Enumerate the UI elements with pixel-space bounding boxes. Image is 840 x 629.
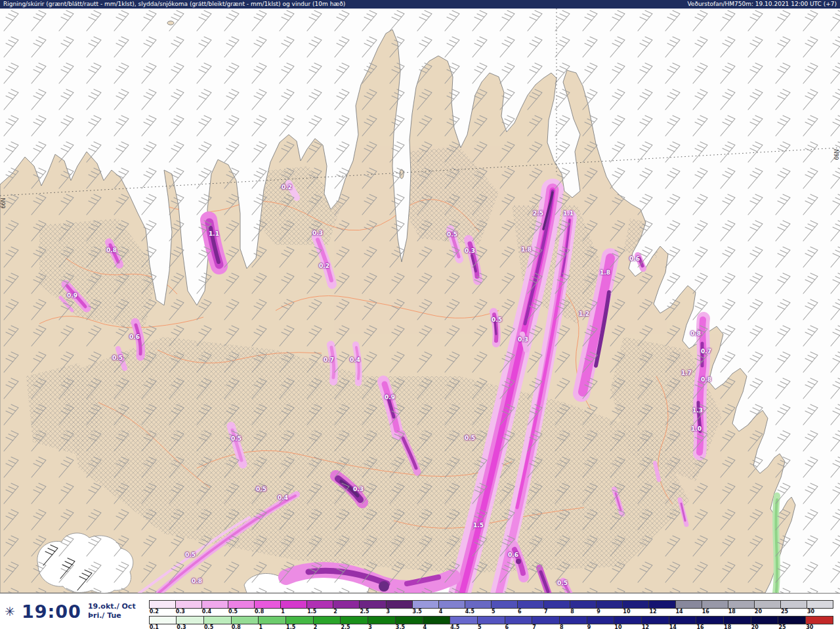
forecast-time: 19:00 <box>22 601 81 622</box>
rain-scale-cell: 3 <box>387 601 413 608</box>
rain-scale-cell: 12 <box>649 601 675 608</box>
snow-scale-cell: 16 <box>696 617 724 624</box>
rain-scale-cell: 10 <box>623 601 649 608</box>
snow-scale-cell: 7 <box>532 617 560 624</box>
rain-scale-cell: 14 <box>676 601 702 608</box>
model-run-info: Veðurstofan/HM750m: 19.10.2021 12:00 UTC… <box>687 0 837 9</box>
snow-scale-cell: 18 <box>724 617 751 624</box>
snow-scale-cell: 20 <box>751 617 779 624</box>
snow-scale-value: 8 <box>560 624 564 629</box>
latitude-label-left: 66N <box>1 198 7 208</box>
rain-scale-value: 4 <box>439 609 443 615</box>
snow-scale-cell: 30 <box>806 617 833 624</box>
snow-scale-value: 3.5 <box>396 624 405 629</box>
legend: 0.20.30.40.50.811.522.533.544.5567891012… <box>149 600 833 624</box>
snow-scale-cell: 4 <box>423 617 451 624</box>
snow-scale-value: 16 <box>696 624 704 629</box>
rain-scale-cell: 0.8 <box>255 601 281 608</box>
rain-scale-cell: 4.5 <box>465 601 492 608</box>
snow-scale-cell: 1.5 <box>286 617 314 624</box>
rain-scale-value: 0.3 <box>176 609 185 615</box>
snow-scale-value: 1.5 <box>286 624 295 629</box>
snow-scale-value: 18 <box>724 624 731 629</box>
snow-scale-cell: 1 <box>259 617 286 624</box>
rain-scale-value: 3 <box>387 609 390 615</box>
snow-scale-cell: 0.1 <box>150 617 177 624</box>
rain-scale-cell: 16 <box>702 601 728 608</box>
top-bar: Rigning/skúrir (grænt/blátt/rautt - mm/1… <box>0 0 840 9</box>
snow-scale-cell: 12 <box>642 617 669 624</box>
rain-scale-value: 25 <box>781 609 788 615</box>
rain-scale-cell: 2 <box>333 601 360 608</box>
rain-scale-value: 0.4 <box>202 609 211 615</box>
weather-forecast-viewer: Rigning/skúrir (grænt/blátt/rautt - mm/1… <box>0 0 840 629</box>
rain-scale-value: 1.5 <box>307 609 316 615</box>
snow-color-scale: 0.10.30.50.811.522.533.544.5567891012141… <box>149 616 833 624</box>
rain-scale-cell: 25 <box>781 601 807 608</box>
snow-scale-value: 0.3 <box>177 624 186 629</box>
rain-scale-cell: 4 <box>439 601 465 608</box>
snow-scale-value: 0.5 <box>204 624 213 629</box>
snow-scale-cell: 5 <box>478 617 505 624</box>
rain-scale-value: 30 <box>807 609 814 615</box>
snow-scale-cell: 3.5 <box>396 617 423 624</box>
rain-scale-value: 5 <box>492 609 495 615</box>
snow-scale-cell: 4.5 <box>450 617 478 624</box>
forecast-date-top: 19.okt./ Oct <box>88 602 136 611</box>
snow-scale-cell: 6 <box>505 617 533 624</box>
rain-scale-value: 0.5 <box>228 609 238 615</box>
rain-scale-cell: 30 <box>807 601 833 608</box>
rain-scale-value: 14 <box>676 609 683 615</box>
iceland-weather-map <box>0 9 840 593</box>
snow-scale-value: 25 <box>778 624 786 629</box>
rain-scale-value: 16 <box>702 609 709 615</box>
snow-scale-cell: 0.3 <box>177 617 204 624</box>
rain-scale-cell: 1 <box>281 601 307 608</box>
snow-scale-value: 0.8 <box>232 624 241 629</box>
rain-scale-cell: 0.2 <box>150 601 176 608</box>
snow-scale-value: 0.1 <box>150 624 159 629</box>
rain-scale-value: 18 <box>728 609 736 615</box>
snow-scale-value: 30 <box>806 624 813 629</box>
rain-scale-value: 9 <box>597 609 600 615</box>
rain-scale-cell: 18 <box>728 601 755 608</box>
snow-scale-value: 10 <box>614 624 621 629</box>
snow-scale-cell: 25 <box>778 617 806 624</box>
snow-scale-value: 14 <box>669 624 677 629</box>
snow-scale-value: 2 <box>314 624 318 629</box>
snow-scale-cell: 0.8 <box>232 617 259 624</box>
rain-scale-cell: 2.5 <box>360 601 386 608</box>
rain-scale-value: 0.2 <box>150 609 159 615</box>
rain-scale-cell: 6 <box>518 601 544 608</box>
vedurstofan-logo-icon: ✳ <box>5 605 15 618</box>
rain-scale-value: 4.5 <box>465 609 474 615</box>
snow-scale-value: 7 <box>532 624 536 629</box>
rain-scale-cell: 20 <box>755 601 781 608</box>
map-area: 0.21.10.30.20.50.32.51.11.80.81.80.60.91… <box>0 9 840 593</box>
snow-scale-cell: 9 <box>587 617 615 624</box>
snow-scale-cell: 2.5 <box>341 617 368 624</box>
snow-scale-value: 9 <box>587 624 591 629</box>
snow-scale-cell: 0.5 <box>204 617 232 624</box>
snow-scale-value: 12 <box>642 624 649 629</box>
rain-scale-value: 12 <box>649 609 656 615</box>
snow-scale-cell: 8 <box>560 617 587 624</box>
snow-scale-cell: 2 <box>314 617 341 624</box>
bottom-bar: ✳ 19:00 19.okt./ Oct Þri./ Tue 0.20.30.4… <box>0 593 840 629</box>
rain-scale-cell: 7 <box>544 601 570 608</box>
snow-scale-value: 2.5 <box>341 624 350 629</box>
rain-scale-value: 10 <box>623 609 630 615</box>
rain-scale-cell: 5 <box>492 601 518 608</box>
rain-scale-value: 8 <box>570 609 574 615</box>
rain-scale-value: 7 <box>544 609 548 615</box>
wind-barbs-layer <box>0 9 840 593</box>
forecast-date: 19.okt./ Oct Þri./ Tue <box>88 602 136 621</box>
rain-scale-cell: 0.4 <box>202 601 228 608</box>
latitude-label-right: 66N <box>833 149 839 160</box>
snow-scale-value: 3 <box>368 624 372 629</box>
snow-scale-value: 1 <box>259 624 262 629</box>
rain-color-scale: 0.20.30.40.50.811.522.533.544.5567891012… <box>149 600 833 609</box>
rain-scale-cell: 1.5 <box>307 601 333 608</box>
rain-scale-cell: 0.5 <box>228 601 255 608</box>
snow-scale-value: 20 <box>751 624 759 629</box>
